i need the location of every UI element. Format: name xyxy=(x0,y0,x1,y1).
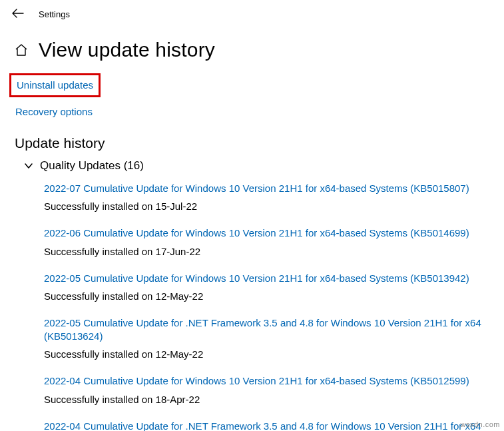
list-item: 2022-04 Cumulative Update for Windows 10… xyxy=(44,374,489,404)
section-heading: Update history xyxy=(15,135,489,151)
list-item: 2022-07 Cumulative Update for Windows 10… xyxy=(44,182,489,212)
update-status: Successfully installed on 12-May-22 xyxy=(44,290,489,302)
updates-list: 2022-07 Cumulative Update for Windows 10… xyxy=(15,182,489,431)
list-item: 2022-04 Cumulative Update for .NET Frame… xyxy=(44,420,489,432)
titlebar: Settings xyxy=(0,0,504,24)
home-icon[interactable] xyxy=(15,43,28,57)
recovery-options-link[interactable]: Recovery options xyxy=(9,100,99,123)
update-link[interactable]: 2022-04 Cumulative Update for Windows 10… xyxy=(44,374,489,388)
app-title: Settings xyxy=(39,9,70,19)
list-item: 2022-05 Cumulative Update for .NET Frame… xyxy=(44,316,489,360)
quality-updates-group[interactable]: Quality Updates (16) xyxy=(15,159,489,173)
update-status: Successfully installed on 15-Jul-22 xyxy=(44,201,489,212)
watermark: wsxdn.com xyxy=(460,420,500,428)
update-status: Successfully installed on 12-May-22 xyxy=(44,348,489,360)
uninstall-updates-link[interactable]: Uninstall updates xyxy=(17,79,93,91)
list-item: 2022-06 Cumulative Update for Windows 10… xyxy=(44,226,489,256)
page-title: View update history xyxy=(39,39,215,61)
update-status: Successfully installed on 17-Jun-22 xyxy=(44,246,489,257)
page-header: View update history xyxy=(0,24,504,73)
chevron-down-icon xyxy=(24,161,33,171)
group-label: Quality Updates (16) xyxy=(40,159,144,173)
update-history-section: Update history Quality Updates (16) 2022… xyxy=(0,123,504,431)
update-link[interactable]: 2022-05 Cumulative Update for .NET Frame… xyxy=(44,316,489,344)
update-link[interactable]: 2022-04 Cumulative Update for .NET Frame… xyxy=(44,420,489,432)
update-link[interactable]: 2022-06 Cumulative Update for Windows 10… xyxy=(44,226,489,240)
action-links: Uninstall updates Recovery options xyxy=(0,73,504,123)
back-arrow-icon[interactable] xyxy=(12,8,24,20)
update-status: Successfully installed on 18-Apr-22 xyxy=(44,394,489,405)
update-link[interactable]: 2022-05 Cumulative Update for Windows 10… xyxy=(44,272,489,285)
update-link[interactable]: 2022-07 Cumulative Update for Windows 10… xyxy=(44,182,489,195)
list-item: 2022-05 Cumulative Update for Windows 10… xyxy=(44,272,489,302)
